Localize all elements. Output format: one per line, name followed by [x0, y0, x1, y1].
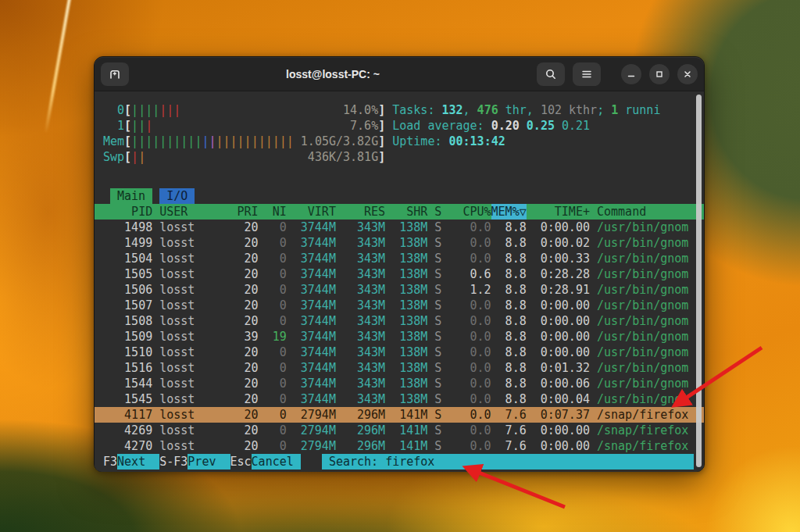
tab-io[interactable]: I/O [159, 188, 195, 204]
column-header-CPU%[interactable]: CPU% [441, 204, 491, 220]
close-icon [683, 70, 692, 79]
screen-tabs: MainI/O [95, 188, 704, 204]
terminal-window: losst@losst-PC: ~ [94, 56, 705, 472]
column-header-TIME+[interactable]: TIME+ [527, 204, 590, 220]
process-row[interactable]: 4269losst2002794M296M141MS0.07.60:00.00/… [95, 423, 704, 438]
search-icon [545, 68, 557, 80]
column-header-NI[interactable]: NI [259, 204, 287, 220]
meter-track: |||||||14.0% [131, 102, 378, 118]
meter-track: |||||||||||||||||||||||1.05G/3.82G [131, 134, 378, 149]
hamburger-menu-icon [580, 68, 593, 80]
fnkey-f3: F3 [103, 454, 117, 470]
column-header-VIRT[interactable]: VIRT [287, 204, 336, 220]
process-row[interactable]: 1544losst2003744M343M138MS0.08.80:00.06/… [95, 376, 704, 391]
system-info-line-0: Tasks: 132, 476 thr, 102 kthr; 1 runni [392, 102, 694, 118]
titlebar[interactable]: losst@losst-PC: ~ [95, 57, 704, 91]
process-row[interactable]: 4270losst2002794M296M141MS0.07.60:00.00/… [95, 438, 704, 454]
meter-label: 0 [103, 102, 124, 118]
meter-0: 0[|||||||14.0%] [103, 102, 385, 118]
minimize-icon [627, 70, 636, 79]
meter-value: 7.6% [350, 118, 378, 134]
meter-value: 1.05G/3.82G [301, 134, 378, 149]
fnkey-esc: Esc [230, 454, 252, 470]
column-header-Command[interactable]: Command [597, 204, 694, 220]
system-info-line-2: Uptime: 00:13:42 [392, 134, 694, 149]
maximize-button[interactable] [649, 64, 670, 84]
meter-value: 436K/3.81G [308, 149, 378, 165]
meter-label: 1 [103, 118, 124, 134]
process-row[interactable]: 1506losst2003744M343M138MS1.28.80:28.91/… [95, 282, 704, 298]
meter-mem: Mem[|||||||||||||||||||||||1.05G/3.82G] [103, 134, 385, 149]
process-row[interactable]: 1516losst2003744M343M138MS0.08.80:01.32/… [95, 360, 704, 376]
wallpaper-highlight-streak [44, 0, 72, 134]
process-row[interactable]: 1508losst2003744M343M138MS0.08.80:00.00/… [95, 313, 704, 329]
process-row-selected[interactable]: 4117losst2002794M296M141MS0.07.60:07.37/… [95, 407, 704, 423]
process-row[interactable]: 1498losst2003744M343M138MS0.08.80:00.00/… [95, 220, 704, 235]
system-info-column: Tasks: 132, 476 thr, 102 kthr; 1 runniLo… [392, 102, 694, 165]
column-header-MEM%[interactable]: MEM%▽ [491, 204, 527, 220]
menu-button[interactable] [573, 62, 601, 86]
fnkey-s-f3: S-F3 [159, 454, 188, 470]
meter-value: 14.0% [343, 102, 378, 118]
meter-label: Mem [103, 134, 124, 149]
meter-track: ||436K/3.81G [131, 149, 378, 165]
fnkey-action-next[interactable]: Next [117, 454, 159, 470]
meters-column: 0[|||||||14.0%]1[|||7.6%]Mem[|||||||||||… [103, 102, 385, 165]
column-header-S[interactable]: S [427, 204, 441, 220]
process-row[interactable]: 1505losst2003744M343M138MS0.68.80:28.28/… [95, 266, 704, 282]
column-header-PID[interactable]: PID [103, 204, 152, 220]
meter-bars: || [131, 149, 145, 165]
meter-bars: ||||||||||||||||||||||| [131, 134, 294, 149]
column-header-PRI[interactable]: PRI [230, 204, 259, 220]
meter-track: |||7.6% [131, 118, 378, 134]
new-tab-icon [109, 68, 121, 80]
close-button[interactable] [677, 64, 698, 84]
meter-label: Swp [103, 149, 124, 165]
terminal-scrollbar[interactable] [696, 95, 702, 467]
column-header-USER[interactable]: USER [159, 204, 230, 220]
window-title: losst@losst-PC: ~ [129, 68, 537, 80]
search-button[interactable] [537, 62, 565, 86]
terminal-content[interactable]: 0[|||||||14.0%]1[|||7.6%]Mem[|||||||||||… [95, 91, 704, 472]
maximize-icon [655, 70, 664, 79]
system-info-line-1: Load average: 0.20 0.25 0.21 [392, 118, 694, 134]
column-header-SHR[interactable]: SHR [385, 204, 427, 220]
minimize-button[interactable] [621, 64, 641, 84]
meter-bars: ||||||| [131, 102, 180, 118]
process-row[interactable]: 1545losst2003744M343M138MS0.08.80:00.04/… [95, 391, 704, 407]
fnkey-action-prev[interactable]: Prev [188, 454, 230, 470]
search-input[interactable]: Search: firefox [322, 454, 694, 470]
htop-screen: 0[|||||||14.0%]1[|||7.6%]Mem[|||||||||||… [95, 91, 704, 470]
process-row[interactable]: 1510losst2003744M343M138MS0.08.80:00.00/… [95, 345, 704, 360]
process-row[interactable]: 1509losst39193744M343M138MS0.08.80:00.00… [95, 329, 704, 345]
fnkey-action-cancel[interactable]: Cancel [252, 454, 301, 470]
process-row[interactable]: 1507losst2003744M343M138MS0.08.80:00.00/… [95, 298, 704, 313]
meter-bars: ||| [131, 118, 152, 134]
htop-header: 0[|||||||14.0%]1[|||7.6%]Mem[|||||||||||… [95, 102, 704, 165]
table-header-row: PIDUSERPRINIVIRTRESSHRSCPU%MEM%▽TIME+Com… [95, 204, 704, 220]
tab-main[interactable]: Main [110, 188, 152, 204]
process-row[interactable]: 1499losst2003744M343M138MS0.08.80:00.02/… [95, 235, 704, 251]
process-row[interactable]: 1504losst2003744M343M138MS0.08.80:00.33/… [95, 251, 704, 266]
meter-1: 1[|||7.6%] [103, 118, 385, 134]
meter-swp: Swp[||436K/3.81G] [103, 149, 385, 165]
function-key-bar: F3Next S-F3Prev EscCancel Search: firefo… [95, 454, 704, 470]
new-tab-button[interactable] [101, 62, 129, 86]
column-header-RES[interactable]: RES [336, 204, 385, 220]
